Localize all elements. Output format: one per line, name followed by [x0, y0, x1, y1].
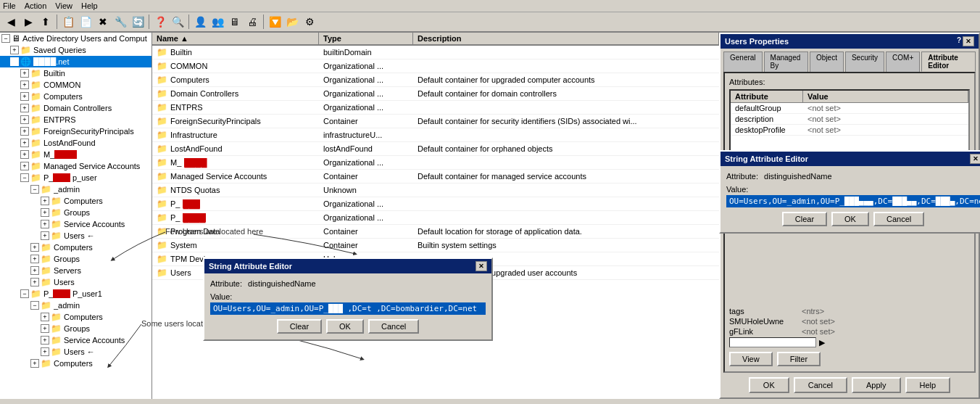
col-type[interactable]: Type	[319, 33, 413, 44]
tree-users3[interactable]: + 📁 Users ←	[0, 346, 151, 358]
tree-root[interactable]: − 🖥 Active Directory Users and Comput	[0, 33, 151, 44]
view-btn[interactable]: View	[729, 352, 773, 366]
toolbar-user[interactable]: 👤	[192, 14, 208, 30]
tree-entprs[interactable]: + 📁 ENTPRS	[0, 114, 151, 125]
tab-com[interactable]: COM+	[886, 51, 920, 72]
toolbar-copy[interactable]: 📋	[60, 14, 76, 30]
expand-groups2[interactable]: +	[30, 255, 39, 263]
toolbar-props[interactable]: 🔧	[112, 14, 128, 30]
expand-root[interactable]: −	[1, 34, 10, 43]
expand-groups3[interactable]: +	[41, 324, 49, 333]
attr-row-desktopprofile[interactable]: desktopProfile <not set>	[731, 125, 968, 136]
list-row[interactable]: 📁Computers Organizational ... Default co…	[152, 73, 719, 87]
expand-svc1[interactable]: +	[41, 220, 49, 228]
cancel-btn[interactable]: Cancel	[794, 377, 847, 393]
col-desc[interactable]: Description	[413, 33, 719, 44]
attr-row-defaultgroup[interactable]: defaultGroup <not set>	[731, 103, 968, 114]
tab-object[interactable]: Object	[810, 51, 844, 72]
expand-computers[interactable]: +	[20, 92, 29, 101]
expand-msa[interactable]: +	[20, 162, 29, 170]
expand-common[interactable]: +	[20, 81, 29, 89]
expand-fsp[interactable]: +	[20, 127, 29, 136]
expand-admin2[interactable]: −	[30, 301, 39, 310]
tree-msa[interactable]: + 📁 Managed Service Accounts	[0, 160, 151, 172]
toolbar-forward[interactable]: ▶	[20, 14, 36, 30]
menu-view[interactable]: View	[55, 1, 72, 10]
tree-m[interactable]: + 📁 M_████	[0, 149, 151, 160]
tree-servers[interactable]: + 📁 Servers	[0, 265, 151, 276]
expand-puser[interactable]: −	[20, 173, 29, 182]
expand-servers[interactable]: +	[30, 266, 39, 275]
attr-row-description[interactable]: description <not set>	[731, 114, 968, 125]
expand-puser1[interactable]: −	[20, 289, 29, 298]
tab-managed-by[interactable]: Managed By	[764, 51, 808, 72]
tree-computers2[interactable]: + 📁 Computers	[0, 195, 151, 207]
toolbar-up[interactable]: ⬆	[38, 14, 54, 30]
help-btn-bottom[interactable]: Help	[905, 377, 951, 393]
expand-computers2[interactable]: +	[41, 197, 49, 205]
tree-dc[interactable]: + 📁 Domain Controllers	[0, 102, 151, 114]
expand-builtin[interactable]: +	[20, 69, 29, 78]
toolbar-computer[interactable]: 🖥	[227, 14, 243, 30]
tree-svc2[interactable]: + 📁 Service Accounts	[0, 334, 151, 346]
expand-m[interactable]: +	[20, 150, 29, 159]
expand-users1[interactable]: +	[41, 231, 49, 240]
str-cancel-btn-top[interactable]: Cancel	[873, 212, 924, 226]
expand-users2[interactable]: +	[30, 278, 39, 286]
menu-action[interactable]: Action	[25, 1, 47, 10]
toolbar-filter[interactable]: 🔽	[267, 14, 283, 30]
toolbar-refresh[interactable]: 🔄	[130, 14, 146, 30]
toolbar-group[interactable]: 👥	[209, 14, 225, 30]
toolbar-folder[interactable]: 📂	[284, 14, 300, 30]
str-value-box2[interactable]: OU=Users,OU=_admin,OU=P_███ ,DC=t ,DC=bo…	[210, 302, 486, 315]
tree-svc1[interactable]: + 📁 Service Accounts	[0, 218, 151, 230]
tree-groups3[interactable]: + 📁 Groups	[0, 323, 151, 334]
str-value-box-top[interactable]: OU=Users,OU=_admin,OU=P_███▄▄▄,DC=███▄▄,…	[726, 195, 980, 207]
str-editor2-close[interactable]: ✕	[476, 261, 487, 271]
str2-cancel-btn[interactable]: Cancel	[368, 319, 419, 334]
list-row[interactable]: 📁Managed Service Accounts Container Defa…	[152, 170, 719, 184]
list-row[interactable]: 📁P_███ Organizational ...	[152, 197, 719, 211]
list-row[interactable]: 📁NTDS Quotas Unknown	[152, 184, 719, 197]
list-row[interactable]: 📁P_████ Organizational ...	[152, 211, 719, 225]
tree-fsp[interactable]: + 📁 ForeignSecurityPrincipals	[0, 125, 151, 137]
tree-laf[interactable]: + 📁 LostAndFound	[0, 137, 151, 149]
tree-admin2[interactable]: − 📁 _admin	[0, 300, 151, 311]
col-name[interactable]: Name ▲	[152, 33, 319, 44]
tree-common[interactable]: + 📁 COMMON	[0, 79, 151, 91]
ok-btn[interactable]: OK	[749, 377, 789, 393]
str-editor-top-close[interactable]: ✕	[970, 154, 980, 164]
str-ok-btn-top[interactable]: OK	[831, 212, 869, 226]
list-row[interactable]: 📁ENTPRS Organizational ...	[152, 101, 719, 115]
list-row[interactable]: 📁COMMON Organizational ...	[152, 59, 719, 73]
expand-computers3[interactable]: +	[30, 243, 39, 252]
tree-computers[interactable]: + 📁 Computers	[0, 91, 151, 102]
list-row[interactable]: 📁Domain Controllers Organizational ... D…	[152, 87, 719, 101]
expand-saved[interactable]: +	[10, 46, 19, 54]
tree-computers5[interactable]: + 📁 Computers	[0, 358, 151, 369]
list-row[interactable]: 📁Infrastructure infrastructureU...	[152, 128, 719, 142]
left-panel[interactable]: − 🖥 Active Directory Users and Comput + …	[0, 33, 152, 399]
toolbar-find[interactable]: 🔍	[170, 14, 186, 30]
toolbar-print[interactable]: 🖨	[244, 14, 260, 30]
toolbar-delete[interactable]: ✖	[95, 14, 111, 30]
list-row[interactable]: 📁System Container Builtin system setting…	[152, 239, 719, 252]
toolbar-back[interactable]: ◀	[3, 14, 19, 30]
expand-users3[interactable]: +	[41, 347, 49, 356]
filter-btn[interactable]: Filter	[777, 352, 821, 366]
tree-builtin[interactable]: + 📁 Builtin	[0, 67, 151, 79]
str2-clear-btn[interactable]: Clear	[277, 319, 322, 334]
tab-general[interactable]: General	[723, 51, 763, 72]
help-btn[interactable]: ?	[957, 36, 961, 46]
expand-dc[interactable]: +	[20, 104, 29, 112]
list-row[interactable]: 📁M_████ Organizational ...	[152, 156, 719, 170]
str-clear-btn-top[interactable]: Clear	[782, 212, 827, 226]
expand-groups1[interactable]: +	[41, 208, 49, 217]
expand-laf[interactable]: +	[20, 139, 29, 147]
tree-puser1[interactable]: − 📁 P_███ P_user1	[0, 288, 151, 300]
tab-attribute-editor[interactable]: Attribute Editor	[921, 51, 976, 72]
tree-saved-queries[interactable]: + 📁 Saved Queries	[0, 44, 151, 56]
expand-entprs[interactable]: +	[20, 115, 29, 124]
expand-computers5[interactable]: +	[30, 359, 39, 368]
expand-admin1[interactable]: −	[30, 185, 39, 194]
